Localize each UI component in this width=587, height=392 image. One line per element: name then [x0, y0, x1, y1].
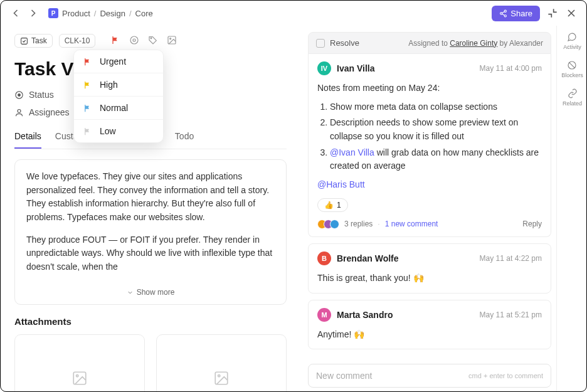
- image-icon: [213, 370, 230, 386]
- show-more-button[interactable]: Show more: [26, 283, 275, 300]
- new-comments-link[interactable]: 1 new comment: [385, 220, 438, 228]
- attachments-heading: Attachments: [14, 316, 287, 327]
- reaction-pill[interactable]: 👍 1: [317, 198, 348, 212]
- svg-point-14: [18, 93, 21, 96]
- resolve-label[interactable]: Resolve: [330, 38, 359, 48]
- priority-dropdown: Urgent High Normal Low: [73, 50, 164, 143]
- share-button[interactable]: Share: [492, 6, 540, 21]
- avatar: B: [317, 252, 331, 265]
- comment-composer[interactable]: New comment cmd + enter to comment: [308, 364, 551, 388]
- svg-point-9: [130, 36, 138, 44]
- priority-option-urgent[interactable]: Urgent: [74, 50, 163, 73]
- replies-count[interactable]: 3 replies: [344, 220, 373, 228]
- attachment-placeholder[interactable]: [14, 334, 145, 392]
- comment-author[interactable]: Marta Sandro: [337, 310, 393, 320]
- collapse-icon[interactable]: [546, 7, 559, 19]
- blocked-icon: [567, 60, 577, 70]
- priority-option-low[interactable]: Low: [74, 119, 163, 142]
- mention-link[interactable]: @Haris Butt: [317, 178, 542, 192]
- mention-link[interactable]: @Ivan Villa: [330, 147, 374, 157]
- assignee-link[interactable]: Caroline Ginty: [450, 39, 497, 48]
- link-icon: [568, 88, 578, 98]
- svg-point-19: [218, 375, 220, 377]
- flag-icon: [83, 80, 92, 90]
- tab-details[interactable]: Details: [14, 131, 41, 149]
- flag-icon: [83, 103, 92, 113]
- composer-hint: cmd + enter to comment: [468, 372, 543, 379]
- rail-related[interactable]: Related: [563, 88, 582, 107]
- comment-thread: IV Ivan Villa May 11 at 4:00 pm Notes fr…: [308, 54, 551, 237]
- svg-point-10: [151, 38, 152, 39]
- priority-option-normal[interactable]: Normal: [74, 96, 163, 119]
- svg-point-17: [77, 375, 78, 377]
- nav-forward-button[interactable]: [27, 7, 40, 19]
- comment-card: B Brendan Wolfe May 11 at 4:22 pm This i…: [308, 243, 551, 294]
- flag-icon: [83, 57, 92, 66]
- breadcrumb[interactable]: P Product / Design / Core: [48, 8, 153, 18]
- breadcrumb-item[interactable]: Core: [135, 9, 153, 18]
- svg-point-8: [133, 39, 135, 41]
- flag-icon: [83, 127, 92, 136]
- composer-placeholder: New comment: [316, 371, 372, 381]
- rail-blockers[interactable]: Blockers: [561, 60, 583, 78]
- avatar: IV: [317, 61, 331, 75]
- comment-timestamp: May 11 at 4:22 pm: [480, 254, 542, 263]
- resolve-bar: Resolve Assigned to Caroline Ginty by Al…: [308, 32, 551, 54]
- chat-icon: [567, 32, 577, 42]
- avatar: M: [317, 308, 331, 322]
- tab-todo[interactable]: Todo: [175, 131, 194, 149]
- svg-point-2: [504, 14, 506, 16]
- image-icon[interactable]: [167, 35, 177, 47]
- comment-body: Notes from meeting on May 24: Show more …: [317, 82, 542, 192]
- settings-icon[interactable]: [129, 35, 139, 47]
- image-icon: [71, 370, 88, 386]
- comment-card: M Marta Sandro May 11 at 5:21 pm Anytime…: [308, 300, 551, 350]
- workspace-badge: P: [48, 8, 58, 18]
- reply-avatars: [317, 220, 339, 229]
- rail-activity[interactable]: Activity: [563, 32, 581, 50]
- tag-icon[interactable]: [148, 35, 158, 47]
- comment-body: Anytime! 🙌: [317, 328, 542, 342]
- priority-flag-icon[interactable]: [110, 35, 120, 47]
- attachment-placeholder[interactable]: [156, 334, 287, 392]
- status-icon: [14, 90, 24, 100]
- description-paragraph: They produce FOUT — or FOIT if you prefe…: [26, 233, 275, 274]
- svg-rect-7: [21, 38, 28, 44]
- svg-line-4: [502, 11, 505, 13]
- svg-point-15: [18, 109, 21, 112]
- svg-point-1: [500, 12, 502, 14]
- priority-option-high[interactable]: High: [74, 73, 163, 96]
- comment-timestamp: May 11 at 5:21 pm: [480, 310, 542, 319]
- comment-body: This is great, thank you! 🙌: [317, 272, 542, 285]
- user-icon: [14, 108, 24, 117]
- comment-author[interactable]: Ivan Villa: [337, 63, 374, 73]
- svg-point-12: [170, 38, 171, 39]
- reply-button[interactable]: Reply: [522, 220, 542, 228]
- nav-back-button[interactable]: [9, 7, 22, 19]
- svg-point-0: [504, 10, 506, 12]
- svg-line-21: [569, 62, 575, 68]
- comment-timestamp: May 11 at 4:00 pm: [480, 64, 542, 73]
- comment-author[interactable]: Brendan Wolfe: [337, 253, 399, 263]
- breadcrumb-item[interactable]: Design: [100, 9, 125, 18]
- breadcrumb-item[interactable]: Product: [62, 9, 90, 18]
- chevron-down-icon: [127, 289, 134, 296]
- description-paragraph: We love typefaces. They give our sites a…: [26, 170, 275, 225]
- svg-line-3: [502, 14, 505, 15]
- task-id-pill[interactable]: CLK-10: [59, 34, 96, 48]
- resolve-checkbox[interactable]: [316, 39, 325, 48]
- description-box[interactable]: We love typefaces. They give our sites a…: [14, 159, 287, 305]
- task-type-pill[interactable]: Task: [14, 34, 53, 48]
- close-icon[interactable]: [565, 7, 578, 19]
- assigned-info: Assigned to Caroline Ginty by Alexander: [408, 39, 543, 48]
